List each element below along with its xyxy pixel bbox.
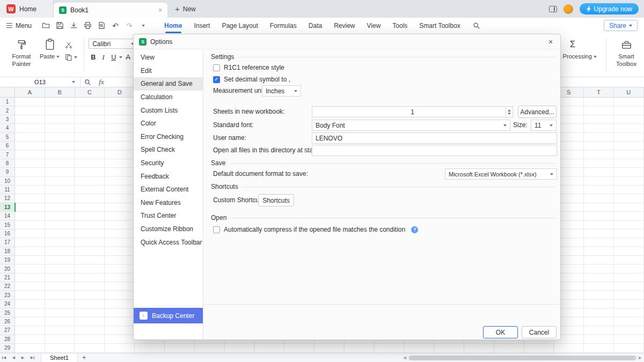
bold-button[interactable]: B bbox=[89, 53, 98, 62]
ribbon-tab-formulas[interactable]: Formulas bbox=[264, 18, 303, 33]
options-category-color[interactable]: Color bbox=[134, 117, 203, 130]
decimal-symbol-checkbox[interactable]: ✓ bbox=[213, 76, 220, 83]
row-header-24[interactable]: 24 bbox=[0, 300, 14, 308]
row-header-21[interactable]: 21 bbox=[0, 274, 14, 282]
cut-button[interactable] bbox=[65, 41, 77, 49]
backup-center-button[interactable]: ↑ Backup Center bbox=[134, 308, 203, 323]
options-category-new-features[interactable]: New Features bbox=[134, 196, 203, 210]
row-header-3[interactable]: 3 bbox=[0, 115, 14, 124]
row-header-12[interactable]: 12 bbox=[0, 194, 14, 203]
shortcuts-button[interactable]: Shortcuts bbox=[258, 194, 294, 206]
ribbon-tab-review[interactable]: Review bbox=[328, 18, 361, 33]
main-menu-button[interactable]: Menu bbox=[0, 22, 38, 29]
default-format-select[interactable]: Microsoft Excel Workbook (*.xlsx) bbox=[445, 168, 557, 180]
row-header-22[interactable]: 22 bbox=[0, 282, 14, 291]
copy-button[interactable] bbox=[65, 54, 77, 61]
options-category-trust-center[interactable]: Trust Center bbox=[134, 209, 203, 223]
scrollbar-thumb[interactable] bbox=[409, 356, 636, 360]
row-header-6[interactable]: 6 bbox=[0, 142, 14, 150]
ribbon-tab-insert[interactable]: Insert bbox=[188, 18, 216, 33]
dialog-titlebar[interactable]: S Options bbox=[134, 34, 560, 49]
row-header-2[interactable]: 2 bbox=[0, 106, 14, 115]
ribbon-tab-view[interactable]: View bbox=[361, 18, 387, 33]
select-all-corner[interactable] bbox=[0, 87, 15, 97]
undo-icon[interactable]: ↶ bbox=[111, 21, 120, 30]
options-category-feedback[interactable]: Feedback bbox=[134, 169, 203, 183]
options-category-edit[interactable]: Edit bbox=[134, 64, 203, 78]
redo-icon[interactable]: ↷ bbox=[125, 21, 134, 30]
horizontal-scrollbar[interactable]: ◀ ▶ bbox=[402, 356, 642, 360]
r1c1-checkbox[interactable]: ✓ bbox=[213, 64, 220, 71]
options-category-external-content[interactable]: External Content bbox=[134, 183, 203, 196]
sheets-in-workbook-input[interactable]: 1 bbox=[312, 106, 513, 117]
options-category-general-and-save[interactable]: General and Save bbox=[134, 77, 203, 91]
print-preview-icon[interactable] bbox=[97, 21, 106, 30]
row-header-15[interactable]: 15 bbox=[0, 220, 14, 229]
home-tab[interactable]: W Home bbox=[0, 0, 54, 18]
upgrade-button[interactable]: Upgrade now bbox=[580, 3, 639, 14]
scroll-left-icon[interactable]: ◀ bbox=[404, 356, 406, 360]
open-icon[interactable] bbox=[41, 21, 50, 30]
search-icon[interactable] bbox=[80, 77, 94, 87]
column-header-t[interactable]: T bbox=[584, 87, 614, 97]
ribbon-tab-home[interactable]: Home bbox=[158, 18, 188, 33]
first-sheet-button[interactable]: ◀ bbox=[0, 353, 9, 362]
startup-directory-input[interactable] bbox=[312, 145, 557, 156]
export-icon[interactable] bbox=[69, 21, 78, 30]
ribbon-tab-smart-toolbox[interactable]: Smart Toolbox bbox=[413, 18, 466, 33]
row-header-19[interactable]: 19 bbox=[0, 256, 14, 264]
help-icon[interactable]: ? bbox=[411, 226, 418, 233]
row-header-9[interactable]: 9 bbox=[0, 168, 14, 176]
paste-button[interactable]: Paste bbox=[38, 37, 62, 62]
ok-button[interactable]: OK bbox=[483, 326, 518, 338]
row-header-13[interactable]: 13 bbox=[0, 203, 14, 212]
row-header-10[interactable]: 10 bbox=[0, 177, 14, 186]
account-avatar[interactable] bbox=[564, 4, 573, 14]
advanced-button[interactable]: Advanced... bbox=[518, 106, 557, 118]
sidebar-toggle-icon[interactable] bbox=[549, 6, 557, 12]
row-header-17[interactable]: 17 bbox=[0, 238, 14, 247]
cancel-button[interactable]: Cancel bbox=[522, 326, 557, 338]
add-sheet-button[interactable]: + bbox=[78, 353, 91, 362]
smart-toolbox-button[interactable]: Smart Toolbox bbox=[611, 37, 642, 69]
options-category-spell-check[interactable]: Spell Check bbox=[134, 143, 203, 157]
auto-compress-checkbox[interactable]: ✓ bbox=[213, 226, 220, 233]
options-category-customize-ribbon[interactable]: Customize Ribbon bbox=[134, 223, 203, 236]
row-header-8[interactable]: 8 bbox=[0, 159, 14, 168]
options-category-view[interactable]: View bbox=[134, 51, 203, 64]
ribbon-tab-tools[interactable]: Tools bbox=[386, 18, 413, 33]
column-header-d[interactable]: D bbox=[105, 87, 135, 97]
options-category-custom-lists[interactable]: Custom Lists bbox=[134, 104, 203, 117]
row-header-5[interactable]: 5 bbox=[0, 133, 14, 142]
strikethrough-button[interactable]: A bbox=[123, 53, 133, 62]
decimal-symbol-checkbox-row[interactable]: ✓ Set decimal symbol to , bbox=[213, 75, 290, 84]
row-header-26[interactable]: 26 bbox=[0, 317, 14, 326]
font-name-select[interactable]: Calibri bbox=[89, 39, 138, 49]
row-header-18[interactable]: 18 bbox=[0, 247, 14, 256]
row-header-11[interactable]: 11 bbox=[0, 186, 14, 194]
scroll-right-icon[interactable]: ▶ bbox=[639, 356, 641, 360]
options-category-error-checking[interactable]: Error Checking bbox=[134, 130, 203, 144]
spinner-control[interactable] bbox=[506, 107, 513, 117]
italic-button[interactable]: I bbox=[99, 53, 108, 62]
ribbon-tab-page-layout[interactable]: Page Layout bbox=[216, 18, 264, 33]
font-size-select[interactable]: 11 bbox=[531, 120, 557, 131]
r1c1-checkbox-row[interactable]: ✓ R1C1 reference style bbox=[213, 63, 284, 72]
spinner-up-icon[interactable] bbox=[508, 109, 511, 112]
search-icon[interactable] bbox=[472, 21, 481, 31]
prev-sheet-button[interactable]: ◀ bbox=[9, 353, 18, 362]
user-name-input[interactable]: LENOVO bbox=[312, 132, 557, 144]
standard-font-select[interactable]: Body Font bbox=[312, 120, 510, 131]
column-header-b[interactable]: B bbox=[45, 87, 75, 97]
row-header-7[interactable]: 7 bbox=[0, 150, 14, 159]
auto-compress-checkbox-row[interactable]: ✓ Automatically compress if the opened f… bbox=[213, 225, 418, 234]
row-header-14[interactable]: 14 bbox=[0, 212, 14, 220]
new-document-button[interactable]: + New bbox=[167, 0, 203, 18]
save-icon[interactable] bbox=[55, 21, 64, 30]
ribbon-tab-data[interactable]: Data bbox=[303, 18, 328, 33]
row-header-25[interactable]: 25 bbox=[0, 308, 14, 317]
row-header-29[interactable]: 29 bbox=[0, 344, 14, 352]
cell-name-box[interactable]: O13 bbox=[0, 77, 80, 87]
row-header-4[interactable]: 4 bbox=[0, 124, 14, 132]
row-header-27[interactable]: 27 bbox=[0, 326, 14, 335]
